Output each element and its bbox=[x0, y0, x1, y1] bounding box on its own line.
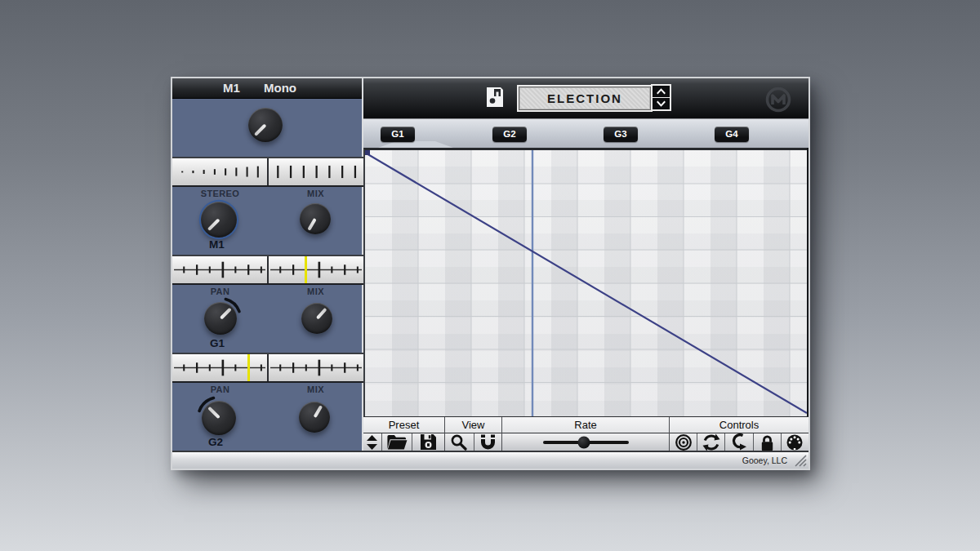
floppy-save-icon bbox=[420, 433, 437, 451]
resize-grip[interactable] bbox=[792, 454, 807, 467]
lock-button[interactable] bbox=[754, 433, 782, 451]
tab-g1-wrap: G1 bbox=[381, 119, 415, 148]
knob-pointer bbox=[307, 218, 317, 231]
sync-loop-button[interactable] bbox=[697, 433, 725, 451]
view-section-label: View bbox=[445, 417, 501, 433]
g1-labels: PAN MIX bbox=[172, 287, 363, 299]
curve-shape-button[interactable] bbox=[725, 433, 753, 451]
bottom-toolbar: Preset bbox=[363, 416, 808, 451]
g1-section-name: G1 bbox=[210, 337, 225, 349]
g1-mix-knob[interactable] bbox=[301, 303, 332, 334]
lock-icon bbox=[760, 434, 775, 451]
midi-learn-button[interactable] bbox=[782, 433, 808, 451]
m1-mix-knob[interactable] bbox=[300, 203, 331, 234]
slider-value-indicator bbox=[247, 354, 250, 381]
g2-ruler-strip bbox=[172, 353, 363, 383]
mix-label: MIX bbox=[268, 384, 363, 397]
g1-pan-slider[interactable] bbox=[172, 256, 267, 283]
bar-ticks-scale bbox=[269, 158, 363, 185]
knob-pointer bbox=[315, 308, 327, 320]
preset-section-label: Preset bbox=[363, 417, 444, 433]
up-down-stepper-icon bbox=[367, 435, 377, 450]
m1-section-name: M1 bbox=[209, 238, 225, 251]
toolbar-section-view: View bbox=[445, 417, 502, 451]
slider-value-indicator bbox=[305, 256, 307, 283]
folder-icon bbox=[386, 434, 408, 451]
growing-ticks-scale bbox=[172, 158, 267, 185]
toolbar-section-rate: Rate bbox=[502, 417, 670, 451]
mix-label: MIX bbox=[268, 287, 363, 299]
mix-label: MIX bbox=[268, 189, 363, 201]
knob-pointer bbox=[219, 308, 231, 320]
envelope-editor-canvas[interactable] bbox=[363, 148, 807, 416]
target-mode-button[interactable] bbox=[670, 433, 697, 451]
channel-label: M1 bbox=[223, 81, 240, 95]
tab-g2[interactable]: G2 bbox=[492, 127, 527, 142]
plugin-window: M1 Mono bbox=[172, 78, 808, 469]
knob-pointer bbox=[313, 405, 323, 418]
rate-section-label: Rate bbox=[502, 417, 669, 433]
preset-next-button[interactable] bbox=[653, 97, 670, 109]
pan-label: PAN bbox=[172, 287, 268, 299]
knob-pointer bbox=[254, 123, 267, 136]
window-footer: Gooey, LLC bbox=[172, 451, 808, 469]
active-tab-indicator bbox=[378, 141, 453, 148]
stereo-label: STEREO bbox=[172, 189, 268, 201]
preset-display[interactable]: ELECTION bbox=[519, 87, 651, 110]
rate-slider[interactable] bbox=[543, 441, 629, 444]
g2-pan-slider[interactable] bbox=[172, 354, 267, 381]
mixer-header: M1 Mono bbox=[172, 78, 362, 99]
sync-arrows-icon bbox=[702, 433, 720, 451]
ruler-ticks bbox=[269, 354, 363, 381]
pan-label: PAN bbox=[172, 384, 268, 397]
m1-labels: STEREO MIX bbox=[172, 189, 363, 201]
stereo-scale-slider[interactable] bbox=[172, 158, 267, 185]
m1-scale-strip bbox=[172, 157, 363, 187]
preset-spinner bbox=[653, 86, 670, 109]
vendor-brand-text: Gooey, LLC bbox=[742, 455, 787, 465]
snap-button[interactable] bbox=[474, 433, 502, 451]
g2-mix-slider[interactable] bbox=[269, 354, 363, 381]
toolbar-section-preset: Preset bbox=[363, 417, 445, 451]
curved-arrow-icon bbox=[731, 433, 747, 451]
open-preset-button[interactable] bbox=[382, 433, 413, 451]
mono-knob[interactable] bbox=[248, 108, 283, 142]
rate-slider-thumb[interactable] bbox=[577, 436, 590, 448]
m1-stereo-knob[interactable] bbox=[201, 202, 237, 238]
mode-label: Mono bbox=[264, 81, 296, 95]
tab-g4[interactable]: G4 bbox=[715, 127, 749, 142]
ruler-ticks bbox=[269, 256, 363, 283]
mixer-panel: M1 Mono bbox=[172, 78, 363, 451]
tab-g3[interactable]: G3 bbox=[604, 127, 638, 142]
controls-section-label: Controls bbox=[670, 417, 808, 433]
envelope-graph bbox=[365, 150, 807, 416]
g1-pan-knob[interactable] bbox=[204, 302, 237, 335]
knob-pointer bbox=[207, 218, 220, 231]
vendor-logo-icon bbox=[762, 83, 795, 116]
concentric-circles-icon bbox=[675, 433, 693, 451]
group-tab-bar: G1 G2 G3 G4 bbox=[363, 119, 808, 148]
g1-ruler-strip bbox=[172, 255, 363, 285]
save-preset-button[interactable] bbox=[412, 433, 444, 451]
editor-panel: ELECTION bbox=[363, 78, 808, 451]
chevron-up-icon bbox=[655, 87, 667, 96]
g2-mix-knob[interactable] bbox=[299, 402, 330, 433]
g2-labels: PAN MIX bbox=[172, 384, 363, 397]
zoom-button[interactable] bbox=[445, 433, 474, 451]
g1-mix-slider[interactable] bbox=[269, 256, 363, 283]
preset-name: ELECTION bbox=[547, 91, 622, 105]
preset-step-button[interactable] bbox=[363, 433, 382, 451]
preset-previous-button[interactable] bbox=[653, 86, 670, 97]
mix-scale-slider[interactable] bbox=[269, 158, 363, 185]
g2-section-name: G2 bbox=[208, 436, 223, 448]
editor-header: ELECTION bbox=[363, 78, 808, 119]
ruler-ticks bbox=[172, 256, 267, 283]
chevron-down-icon bbox=[655, 100, 667, 108]
midi-connector-icon bbox=[786, 433, 804, 451]
ruler-ticks bbox=[172, 354, 267, 381]
tab-g1[interactable]: G1 bbox=[381, 127, 415, 142]
save-preset-icon[interactable] bbox=[486, 87, 504, 108]
toolbar-section-controls: Controls bbox=[670, 417, 808, 451]
envelope-point-handle[interactable] bbox=[365, 150, 370, 155]
g2-pan-knob[interactable] bbox=[202, 401, 236, 435]
